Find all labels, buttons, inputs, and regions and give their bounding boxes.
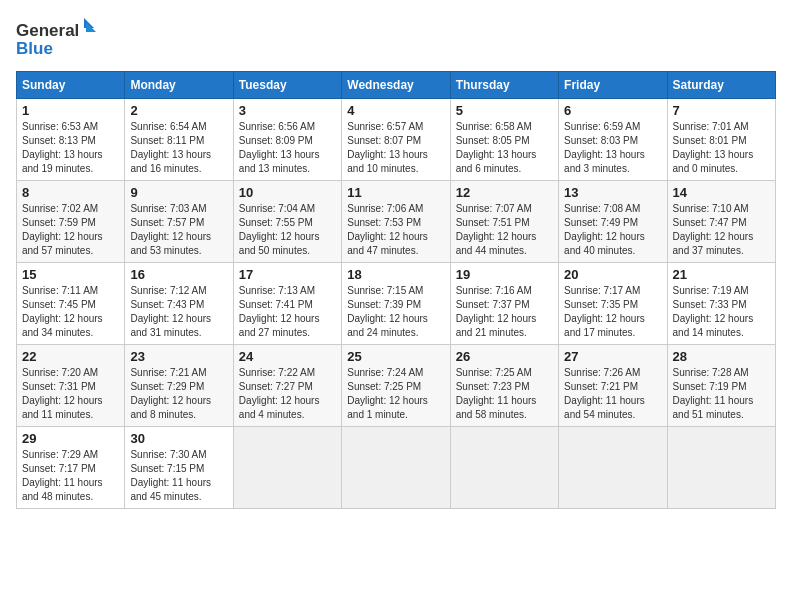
calendar-cell: [342, 427, 450, 509]
calendar-cell: [233, 427, 341, 509]
calendar-cell: 30Sunrise: 7:30 AMSunset: 7:15 PMDayligh…: [125, 427, 233, 509]
calendar-cell: 21Sunrise: 7:19 AMSunset: 7:33 PMDayligh…: [667, 263, 775, 345]
logo-svg: GeneralBlue: [16, 16, 106, 61]
calendar-cell: 29Sunrise: 7:29 AMSunset: 7:17 PMDayligh…: [17, 427, 125, 509]
day-info: Sunrise: 6:58 AMSunset: 8:05 PMDaylight:…: [456, 120, 553, 176]
day-info: Sunrise: 7:24 AMSunset: 7:25 PMDaylight:…: [347, 366, 444, 422]
day-info: Sunrise: 7:22 AMSunset: 7:27 PMDaylight:…: [239, 366, 336, 422]
day-number: 4: [347, 103, 444, 118]
calendar-week-row: 8Sunrise: 7:02 AMSunset: 7:59 PMDaylight…: [17, 181, 776, 263]
calendar-cell: 9Sunrise: 7:03 AMSunset: 7:57 PMDaylight…: [125, 181, 233, 263]
calendar-cell: 19Sunrise: 7:16 AMSunset: 7:37 PMDayligh…: [450, 263, 558, 345]
calendar-cell: 11Sunrise: 7:06 AMSunset: 7:53 PMDayligh…: [342, 181, 450, 263]
calendar-cell: [667, 427, 775, 509]
day-info: Sunrise: 7:30 AMSunset: 7:15 PMDaylight:…: [130, 448, 227, 504]
day-info: Sunrise: 6:57 AMSunset: 8:07 PMDaylight:…: [347, 120, 444, 176]
calendar-week-row: 22Sunrise: 7:20 AMSunset: 7:31 PMDayligh…: [17, 345, 776, 427]
day-number: 7: [673, 103, 770, 118]
weekday-header: Tuesday: [233, 72, 341, 99]
calendar-cell: [559, 427, 667, 509]
calendar-cell: 20Sunrise: 7:17 AMSunset: 7:35 PMDayligh…: [559, 263, 667, 345]
day-number: 25: [347, 349, 444, 364]
calendar-cell: 15Sunrise: 7:11 AMSunset: 7:45 PMDayligh…: [17, 263, 125, 345]
day-number: 2: [130, 103, 227, 118]
day-number: 27: [564, 349, 661, 364]
day-number: 15: [22, 267, 119, 282]
page: GeneralBlue SundayMondayTuesdayWednesday…: [0, 0, 792, 525]
day-number: 3: [239, 103, 336, 118]
calendar-cell: 25Sunrise: 7:24 AMSunset: 7:25 PMDayligh…: [342, 345, 450, 427]
day-number: 22: [22, 349, 119, 364]
calendar-cell: 8Sunrise: 7:02 AMSunset: 7:59 PMDaylight…: [17, 181, 125, 263]
day-info: Sunrise: 7:25 AMSunset: 7:23 PMDaylight:…: [456, 366, 553, 422]
calendar-cell: 14Sunrise: 7:10 AMSunset: 7:47 PMDayligh…: [667, 181, 775, 263]
calendar-week-row: 29Sunrise: 7:29 AMSunset: 7:17 PMDayligh…: [17, 427, 776, 509]
calendar-week-row: 1Sunrise: 6:53 AMSunset: 8:13 PMDaylight…: [17, 99, 776, 181]
calendar-cell: 27Sunrise: 7:26 AMSunset: 7:21 PMDayligh…: [559, 345, 667, 427]
day-number: 24: [239, 349, 336, 364]
logo: GeneralBlue: [16, 16, 106, 61]
calendar-cell: 4Sunrise: 6:57 AMSunset: 8:07 PMDaylight…: [342, 99, 450, 181]
calendar-cell: 6Sunrise: 6:59 AMSunset: 8:03 PMDaylight…: [559, 99, 667, 181]
calendar-cell: 2Sunrise: 6:54 AMSunset: 8:11 PMDaylight…: [125, 99, 233, 181]
day-info: Sunrise: 7:19 AMSunset: 7:33 PMDaylight:…: [673, 284, 770, 340]
day-number: 18: [347, 267, 444, 282]
day-number: 11: [347, 185, 444, 200]
day-number: 9: [130, 185, 227, 200]
header: GeneralBlue: [16, 16, 776, 61]
day-number: 1: [22, 103, 119, 118]
day-number: 23: [130, 349, 227, 364]
day-number: 21: [673, 267, 770, 282]
calendar-cell: 5Sunrise: 6:58 AMSunset: 8:05 PMDaylight…: [450, 99, 558, 181]
day-info: Sunrise: 7:21 AMSunset: 7:29 PMDaylight:…: [130, 366, 227, 422]
weekday-header: Thursday: [450, 72, 558, 99]
day-info: Sunrise: 7:17 AMSunset: 7:35 PMDaylight:…: [564, 284, 661, 340]
day-number: 17: [239, 267, 336, 282]
day-info: Sunrise: 7:16 AMSunset: 7:37 PMDaylight:…: [456, 284, 553, 340]
day-number: 30: [130, 431, 227, 446]
calendar-cell: 17Sunrise: 7:13 AMSunset: 7:41 PMDayligh…: [233, 263, 341, 345]
day-number: 20: [564, 267, 661, 282]
day-number: 6: [564, 103, 661, 118]
day-info: Sunrise: 6:56 AMSunset: 8:09 PMDaylight:…: [239, 120, 336, 176]
day-info: Sunrise: 7:26 AMSunset: 7:21 PMDaylight:…: [564, 366, 661, 422]
day-number: 28: [673, 349, 770, 364]
calendar-cell: 26Sunrise: 7:25 AMSunset: 7:23 PMDayligh…: [450, 345, 558, 427]
day-info: Sunrise: 7:12 AMSunset: 7:43 PMDaylight:…: [130, 284, 227, 340]
day-number: 14: [673, 185, 770, 200]
calendar-cell: [450, 427, 558, 509]
day-number: 26: [456, 349, 553, 364]
day-info: Sunrise: 7:11 AMSunset: 7:45 PMDaylight:…: [22, 284, 119, 340]
day-info: Sunrise: 7:13 AMSunset: 7:41 PMDaylight:…: [239, 284, 336, 340]
day-info: Sunrise: 6:59 AMSunset: 8:03 PMDaylight:…: [564, 120, 661, 176]
day-number: 10: [239, 185, 336, 200]
calendar-cell: 10Sunrise: 7:04 AMSunset: 7:55 PMDayligh…: [233, 181, 341, 263]
svg-text:Blue: Blue: [16, 39, 53, 58]
weekday-header: Sunday: [17, 72, 125, 99]
svg-text:General: General: [16, 21, 79, 40]
calendar-cell: 16Sunrise: 7:12 AMSunset: 7:43 PMDayligh…: [125, 263, 233, 345]
day-info: Sunrise: 7:29 AMSunset: 7:17 PMDaylight:…: [22, 448, 119, 504]
day-number: 29: [22, 431, 119, 446]
calendar-cell: 23Sunrise: 7:21 AMSunset: 7:29 PMDayligh…: [125, 345, 233, 427]
calendar-week-row: 15Sunrise: 7:11 AMSunset: 7:45 PMDayligh…: [17, 263, 776, 345]
calendar-header-row: SundayMondayTuesdayWednesdayThursdayFrid…: [17, 72, 776, 99]
weekday-header: Monday: [125, 72, 233, 99]
day-info: Sunrise: 6:53 AMSunset: 8:13 PMDaylight:…: [22, 120, 119, 176]
calendar-cell: 3Sunrise: 6:56 AMSunset: 8:09 PMDaylight…: [233, 99, 341, 181]
day-number: 8: [22, 185, 119, 200]
day-info: Sunrise: 7:03 AMSunset: 7:57 PMDaylight:…: [130, 202, 227, 258]
weekday-header: Wednesday: [342, 72, 450, 99]
day-number: 19: [456, 267, 553, 282]
day-info: Sunrise: 7:06 AMSunset: 7:53 PMDaylight:…: [347, 202, 444, 258]
calendar-cell: 13Sunrise: 7:08 AMSunset: 7:49 PMDayligh…: [559, 181, 667, 263]
weekday-header: Friday: [559, 72, 667, 99]
calendar-cell: 1Sunrise: 6:53 AMSunset: 8:13 PMDaylight…: [17, 99, 125, 181]
day-info: Sunrise: 7:10 AMSunset: 7:47 PMDaylight:…: [673, 202, 770, 258]
day-info: Sunrise: 7:04 AMSunset: 7:55 PMDaylight:…: [239, 202, 336, 258]
day-info: Sunrise: 7:01 AMSunset: 8:01 PMDaylight:…: [673, 120, 770, 176]
day-info: Sunrise: 7:15 AMSunset: 7:39 PMDaylight:…: [347, 284, 444, 340]
day-info: Sunrise: 7:20 AMSunset: 7:31 PMDaylight:…: [22, 366, 119, 422]
calendar-cell: 7Sunrise: 7:01 AMSunset: 8:01 PMDaylight…: [667, 99, 775, 181]
calendar-cell: 22Sunrise: 7:20 AMSunset: 7:31 PMDayligh…: [17, 345, 125, 427]
